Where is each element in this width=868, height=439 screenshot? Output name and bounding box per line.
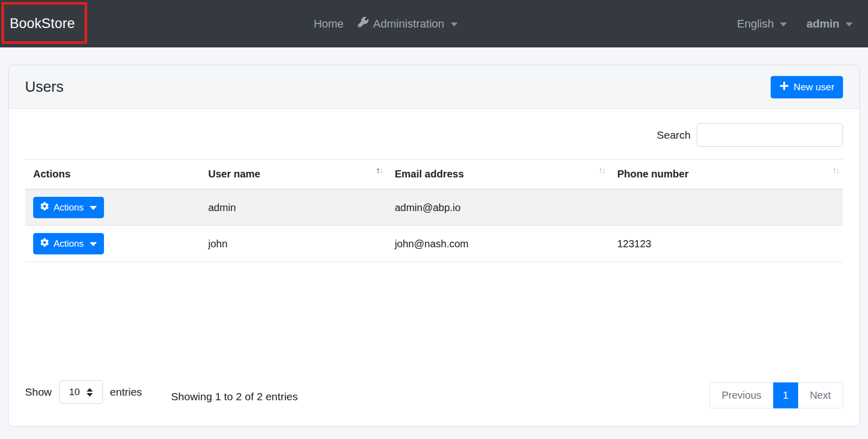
column-header-email[interactable]: Email address ↑↓ bbox=[386, 160, 609, 190]
user-name-cell: john bbox=[200, 226, 386, 262]
page-size-group: Show 10 entries bbox=[25, 380, 142, 404]
show-label: Show bbox=[25, 386, 52, 398]
navbar-right: English admin bbox=[737, 17, 853, 31]
gear-icon bbox=[40, 202, 49, 213]
chevron-down-icon bbox=[780, 22, 787, 27]
language-dropdown-label: English bbox=[737, 17, 774, 31]
gear-icon bbox=[40, 238, 49, 249]
phone-cell: 123123 bbox=[609, 226, 843, 262]
page-content: Users New user Search Actions bbox=[0, 47, 868, 427]
card-header: Users New user bbox=[9, 65, 859, 109]
actions-cell: Actions bbox=[25, 189, 200, 226]
nav-administration-label: Administration bbox=[373, 17, 444, 31]
search-input[interactable] bbox=[697, 123, 843, 147]
column-header-phone[interactable]: Phone number ↑↓ bbox=[609, 160, 843, 190]
row-actions-button-label: Actions bbox=[54, 202, 84, 213]
wrench-icon bbox=[358, 17, 369, 31]
table-row: Actions john john@nash.com 123123 bbox=[25, 226, 843, 262]
select-arrows-icon bbox=[87, 388, 93, 397]
sort-icon: ↑↓ bbox=[376, 166, 382, 176]
brand-link[interactable]: BookStore bbox=[10, 16, 75, 32]
users-table: Actions User name ↑↓ Email address ↑↓ Ph… bbox=[25, 159, 843, 262]
user-dropdown-label: admin bbox=[806, 17, 839, 31]
row-actions-button-label: Actions bbox=[54, 239, 84, 249]
entries-label: entries bbox=[110, 386, 142, 398]
row-actions-button[interactable]: Actions bbox=[33, 197, 104, 218]
table-header-row: Actions User name ↑↓ Email address ↑↓ Ph… bbox=[25, 160, 843, 190]
column-header-actions: Actions bbox=[25, 160, 200, 190]
pagination: Previous 1 Next bbox=[709, 382, 843, 408]
page-title: Users bbox=[25, 79, 64, 95]
chevron-down-icon bbox=[451, 22, 458, 27]
email-cell: john@nash.com bbox=[386, 226, 609, 262]
plus-icon bbox=[779, 81, 789, 93]
page-size-select[interactable]: 10 bbox=[59, 380, 103, 404]
table-footer: Show 10 entries Showing 1 to 2 of 2 entr… bbox=[25, 380, 843, 408]
pagination-next[interactable]: Next bbox=[798, 382, 843, 408]
new-user-button-label: New user bbox=[794, 82, 834, 93]
user-dropdown[interactable]: admin bbox=[806, 17, 853, 31]
top-navbar: BookStore Home Administration English ad… bbox=[0, 0, 868, 47]
nav-home[interactable]: Home bbox=[313, 17, 344, 31]
chevron-down-icon bbox=[90, 242, 97, 246]
users-card: Users New user Search Actions bbox=[8, 65, 860, 427]
phone-cell bbox=[609, 189, 843, 226]
chevron-down-icon bbox=[846, 22, 853, 27]
language-dropdown[interactable]: English bbox=[737, 17, 787, 31]
column-header-label: User name bbox=[208, 168, 260, 179]
user-name-cell: admin bbox=[200, 189, 386, 226]
chevron-down-icon bbox=[90, 206, 97, 210]
pagination-page-1[interactable]: 1 bbox=[773, 382, 798, 408]
row-actions-button[interactable]: Actions bbox=[33, 233, 104, 254]
email-cell: admin@abp.io bbox=[386, 189, 609, 226]
table-row: Actions admin admin@abp.io bbox=[25, 189, 843, 226]
sort-icon: ↑↓ bbox=[598, 166, 605, 176]
search-label: Search bbox=[656, 129, 691, 141]
page-size-value: 10 bbox=[69, 386, 80, 398]
actions-cell: Actions bbox=[25, 226, 200, 262]
nav-administration[interactable]: Administration bbox=[358, 17, 457, 31]
new-user-button[interactable]: New user bbox=[771, 76, 843, 98]
entries-info: Showing 1 to 2 of 2 entries bbox=[171, 391, 298, 403]
search-row: Search bbox=[25, 109, 843, 147]
pagination-previous[interactable]: Previous bbox=[709, 382, 774, 408]
column-header-label: Phone number bbox=[617, 168, 689, 179]
main-menu: Home Administration bbox=[313, 17, 457, 31]
column-header-user-name[interactable]: User name ↑↓ bbox=[200, 160, 386, 190]
sort-icon: ↑↓ bbox=[832, 166, 839, 176]
card-body: Search Actions User name ↑↓ Email bbox=[9, 109, 859, 427]
column-header-label: Email address bbox=[394, 168, 464, 179]
